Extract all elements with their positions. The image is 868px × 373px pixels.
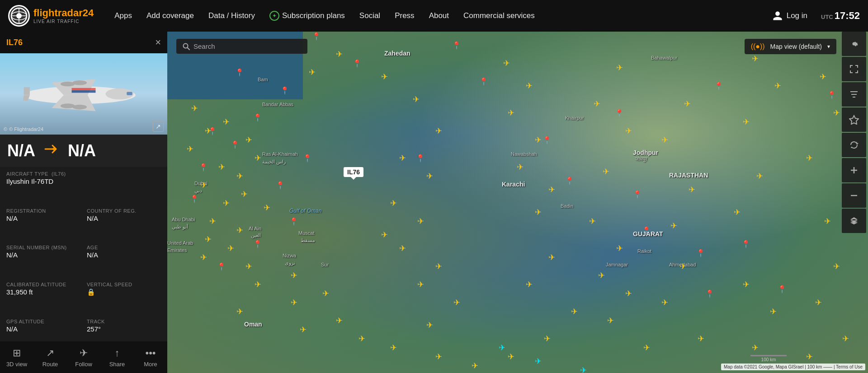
image-credit: ©© Flightradar24 (4, 126, 43, 132)
search-input[interactable] (193, 42, 293, 50)
aircraft-icon: ✈ (453, 298, 460, 308)
nav-add-coverage[interactable]: Add coverage (139, 0, 201, 32)
aircraft-icon: ✈ (526, 280, 533, 289)
map-pin: 📍 (452, 41, 461, 50)
aircraft-details: AIRCRAFT TYPE (IL76) Ilyushin Il-76TD RE… (0, 167, 167, 356)
aircraft-icon: ✈ (336, 316, 343, 326)
external-link-button[interactable]: ↗ (153, 121, 164, 132)
user-icon (772, 10, 783, 21)
aircraft-icon: ✈ (535, 135, 542, 145)
aircraft-icon: ✈ (806, 153, 813, 163)
aircraft-icon: ✈ (752, 343, 759, 353)
aircraft-silhouette (16, 67, 151, 121)
nav-commercial-services[interactable]: Commercial services (456, 0, 542, 32)
plane-select-button[interactable] (842, 209, 866, 233)
share-button[interactable]: ↑ Share (100, 341, 134, 373)
filter-button[interactable] (842, 82, 866, 107)
chevron-down-icon: ▾ (827, 43, 830, 50)
aircraft-icon: ✈ (517, 162, 524, 172)
svg-point-17 (72, 80, 87, 85)
aircraft-icon: ✈ (743, 117, 750, 127)
detail-registration: REGISTRATION N/A (6, 208, 80, 241)
gear-icon (849, 38, 859, 49)
plus-icon (849, 165, 859, 175)
nav-data-history[interactable]: Data / History (201, 0, 262, 32)
map-pin: 📍 (353, 59, 362, 68)
flight-info-panel: IL76 × (0, 32, 167, 373)
aircraft-icon: ✈ (300, 325, 307, 335)
detail-aircraft-type: AIRCRAFT TYPE (IL76) Ilyushin Il-76TD (6, 171, 161, 204)
logo[interactable]: flightradar24 LIVE AIR TRAFFIC (8, 5, 94, 27)
aircraft-icon: ✈ (684, 99, 691, 109)
aircraft-icon: ✈ (548, 252, 555, 262)
svg-rect-12 (72, 90, 96, 93)
nav-about[interactable]: About (422, 0, 456, 32)
aircraft-icon: ✈ (603, 167, 609, 177)
map-pin: 📍 (615, 109, 624, 117)
star-button[interactable] (842, 107, 866, 132)
aircraft-icon: ✈ (820, 72, 826, 82)
aircraft-icon: ✈ (236, 225, 243, 235)
aircraft-icon: ✈ (770, 307, 777, 317)
more-button[interactable]: ••• More (134, 341, 167, 373)
detail-serial-number: SERIAL NUMBER (MSN) N/A (6, 245, 80, 277)
aircraft-icon: ✈ (508, 108, 514, 118)
aircraft-icon: ✈ (607, 316, 614, 326)
star-icon (849, 115, 859, 125)
aircraft-icon: ✈ (417, 216, 424, 226)
search-icon (183, 43, 190, 50)
aircraft-icon: ✈ (806, 352, 813, 362)
fullscreen-button[interactable] (842, 57, 866, 81)
aircraft-icon: ✈ (752, 54, 759, 64)
map-pin: 📍 (280, 86, 289, 95)
aircraft-icon: ✈ (200, 252, 207, 262)
aircraft-icon: ✈ (291, 270, 297, 280)
panel-close-button[interactable]: × (155, 37, 161, 47)
detail-calibrated-altitude: CALIBRATED ALTITUDE 31,950 ft (6, 282, 80, 315)
aircraft-icon: ✈ (187, 144, 193, 154)
aircraft-icon: ✈ (399, 153, 406, 163)
aircraft-icon: ✈ (625, 289, 632, 298)
aircraft-icon: ✈ (698, 334, 704, 344)
map-pin: 📍 (633, 190, 642, 199)
aircraft-icon: ✈ (264, 203, 270, 213)
svg-point-15 (72, 105, 87, 110)
zoom-out-button[interactable] (842, 183, 866, 208)
aircraft-icon: ✈ (435, 126, 442, 136)
map-pin: 📍 (696, 249, 705, 257)
zoom-in-button[interactable] (842, 158, 866, 182)
map-pin: 📍 (231, 140, 240, 149)
aircraft-icon: ✈ (589, 216, 596, 226)
aircraft-icon: ✈ (309, 67, 316, 77)
map-pin: 📍 (714, 82, 723, 90)
nav-subscription-plans[interactable]: ✦ Subscription plans (262, 0, 352, 32)
aircraft-icon: ✈ (245, 135, 252, 145)
right-sidebar (842, 32, 868, 233)
nav-press[interactable]: Press (387, 0, 421, 32)
map-view[interactable]: Zahedan Bam Bandar Abbas Ras Al-Khaimah … (167, 32, 868, 373)
map-pin: 📍 (542, 136, 552, 145)
login-button[interactable]: Log in (767, 10, 813, 21)
aircraft-icon: ✈ (426, 320, 433, 330)
map-pin: 📍 (642, 226, 651, 235)
broadcast-icon: ((●)) (751, 42, 765, 51)
aircraft-icon: ✈ (679, 261, 686, 271)
map-pin: 📍 (253, 240, 262, 248)
map-pin: 📍 (827, 91, 836, 99)
follow-button[interactable]: ✈ Follow (67, 341, 100, 373)
nav-social[interactable]: Social (352, 0, 387, 32)
aircraft-icon: ✈ (227, 243, 234, 253)
map-pin: 📍 (416, 154, 425, 163)
map-pin: 📍 (705, 289, 714, 298)
nav-apps[interactable]: Apps (107, 0, 139, 32)
route-button[interactable]: ↗ Route (33, 341, 67, 373)
svg-line-31 (188, 47, 190, 50)
3d-view-button[interactable]: ⊞ 3D view (0, 341, 33, 373)
map-pin: 📍 (217, 262, 226, 271)
map-pin: 📍 (253, 113, 262, 122)
map-view-selector[interactable]: ((●)) Map view (default) ▾ (745, 39, 836, 54)
refresh-button[interactable] (842, 133, 866, 157)
aircraft-icon-cyan: ✈ (535, 356, 542, 366)
settings-button[interactable] (842, 32, 866, 56)
aircraft-icon: ✈ (535, 207, 542, 217)
